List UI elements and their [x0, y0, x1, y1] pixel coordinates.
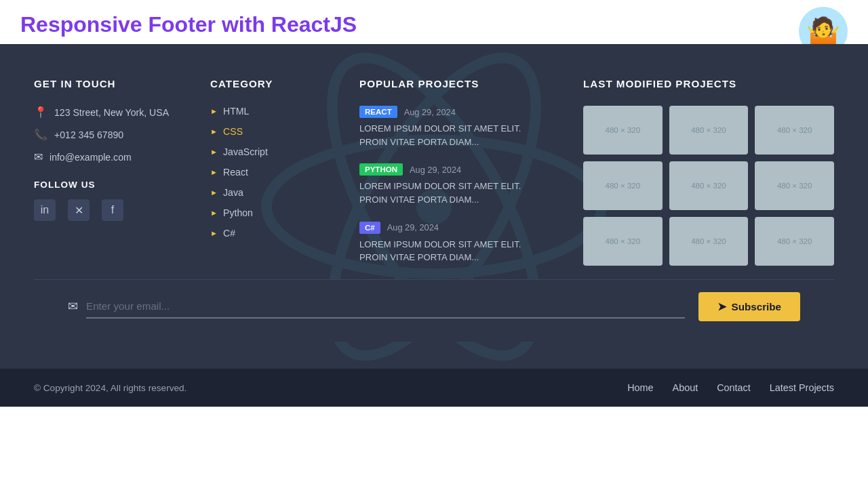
category-item-html[interactable]: ► HTML: [210, 106, 332, 117]
nav-home[interactable]: Home: [627, 382, 653, 393]
chevron-icon: ►: [210, 168, 218, 176]
nav-about[interactable]: About: [673, 382, 698, 393]
img-placeholder-7: 480 × 320: [583, 217, 663, 266]
category-label: Java: [223, 187, 243, 198]
footer-main: GET IN TOUCH 📍 123 Street, New York, USA…: [0, 44, 868, 369]
bottom-nav: Home About Contact Latest Projects: [627, 382, 834, 393]
img-placeholder-1: 480 × 320: [583, 106, 663, 155]
email-icon: ✉: [34, 150, 43, 163]
category-item-react[interactable]: ► React: [210, 167, 332, 178]
linkedin-icon[interactable]: in: [34, 199, 56, 221]
social-icons-group: in ✕ f: [34, 199, 183, 221]
project-tag-react: REACT: [359, 106, 397, 118]
chevron-icon: ►: [210, 107, 218, 115]
subscribe-button[interactable]: ➤ Subscribe: [698, 292, 800, 321]
chevron-icon: ►: [210, 209, 218, 217]
project-tag-csharp: C#: [359, 222, 380, 234]
twitter-icon[interactable]: ✕: [68, 199, 90, 221]
img-placeholder-2: 480 × 320: [669, 106, 749, 155]
facebook-icon[interactable]: f: [102, 199, 123, 221]
page-title: Responsive Footer with ReactJS: [20, 12, 848, 37]
follow-title: FOLLOW US: [34, 180, 183, 190]
project-date: Aug 29, 2024: [387, 222, 439, 232]
category-section-title: CATEGORY: [210, 78, 332, 89]
chevron-icon: ►: [210, 127, 218, 136]
popular-section-title: POPULAR PROJECTS: [359, 78, 556, 89]
project-date: Aug 29, 2024: [404, 107, 456, 117]
project-tag-python: PYTHON: [359, 163, 403, 176]
lastmod-section-title: LAST MODIFIED PROJECTS: [583, 78, 834, 89]
img-placeholder-3: 480 × 320: [755, 106, 834, 155]
nav-contact[interactable]: Contact: [717, 382, 751, 393]
project-item-csharp: C# Aug 29, 2024 LOREM IPSUM DOLOR SIT AM…: [359, 222, 556, 264]
category-label: Python: [223, 207, 253, 218]
category-column: CATEGORY ► HTML ► CSS ► JavaScript ► Rea…: [210, 78, 332, 279]
phone-item: 📞 +012 345 67890: [34, 128, 183, 141]
lastmod-column: LAST MODIFIED PROJECTS 480 × 320 480 × 3…: [583, 78, 834, 279]
category-label: React: [223, 167, 248, 178]
project-description: LOREM IPSUM DOLOR SIT AMET ELIT.PROIN VI…: [359, 238, 556, 264]
project-meta: PYTHON Aug 29, 2024: [359, 163, 556, 176]
subscribe-label: Subscribe: [732, 301, 781, 312]
category-label: HTML: [223, 106, 249, 117]
project-meta: C# Aug 29, 2024: [359, 222, 556, 234]
img-placeholder-6: 480 × 320: [755, 161, 834, 210]
category-item-javascript[interactable]: ► JavaScript: [210, 146, 332, 157]
category-label: C#: [223, 228, 235, 239]
chevron-icon: ►: [210, 148, 218, 156]
category-item-css[interactable]: ► CSS: [210, 126, 332, 137]
img-placeholder-9: 480 × 320: [755, 217, 834, 266]
email-subscribe-input[interactable]: [86, 295, 685, 319]
project-date: Aug 29, 2024: [410, 165, 461, 175]
project-description: LOREM IPSUM DOLOR SIT AMET ELIT.PROIN VI…: [359, 122, 556, 148]
project-item-python: PYTHON Aug 29, 2024 LOREM IPSUM DOLOR SI…: [359, 163, 556, 206]
address-item: 📍 123 Street, New York, USA: [34, 106, 183, 119]
category-item-csharp[interactable]: ► C#: [210, 228, 332, 239]
send-icon: ➤: [717, 300, 726, 313]
contact-column: GET IN TOUCH 📍 123 Street, New York, USA…: [34, 78, 183, 279]
mail-icon: ✉: [68, 300, 78, 314]
popular-column: POPULAR PROJECTS REACT Aug 29, 2024 LORE…: [359, 78, 556, 279]
address-text: 123 Street, New York, USA: [54, 107, 169, 118]
subscribe-bar: ✉ ➤ Subscribe: [34, 279, 834, 342]
img-placeholder-5: 480 × 320: [669, 161, 749, 210]
header: Responsive Footer with ReactJS 🤷: [0, 0, 868, 44]
image-grid: 480 × 320 480 × 320 480 × 320 480 × 320 …: [583, 106, 834, 266]
nav-latest-projects[interactable]: Latest Projects: [770, 382, 834, 393]
phone-icon: 📞: [34, 128, 47, 141]
footer-bottom: © Copyright 2024, All rights reserved. H…: [0, 369, 868, 407]
project-item-react: REACT Aug 29, 2024 LOREM IPSUM DOLOR SIT…: [359, 106, 556, 148]
category-item-python[interactable]: ► Python: [210, 207, 332, 218]
project-description: LOREM IPSUM DOLOR SIT AMET ELIT.PROIN VI…: [359, 180, 556, 206]
category-item-java[interactable]: ► Java: [210, 187, 332, 198]
email-text: info@example.com: [50, 152, 132, 163]
category-label: JavaScript: [223, 146, 268, 157]
phone-text: +012 345 67890: [54, 129, 123, 140]
chevron-icon: ►: [210, 188, 218, 197]
chevron-icon: ►: [210, 229, 218, 237]
img-placeholder-4: 480 × 320: [583, 161, 663, 210]
project-meta: REACT Aug 29, 2024: [359, 106, 556, 118]
copyright-text: © Copyright 2024, All rights reserved.: [34, 383, 186, 393]
img-placeholder-8: 480 × 320: [669, 217, 749, 266]
contact-section-title: GET IN TOUCH: [34, 78, 183, 89]
footer-columns: GET IN TOUCH 📍 123 Street, New York, USA…: [34, 78, 834, 279]
email-item: ✉ info@example.com: [34, 150, 183, 163]
category-label: CSS: [223, 126, 243, 137]
location-icon: 📍: [34, 106, 47, 119]
